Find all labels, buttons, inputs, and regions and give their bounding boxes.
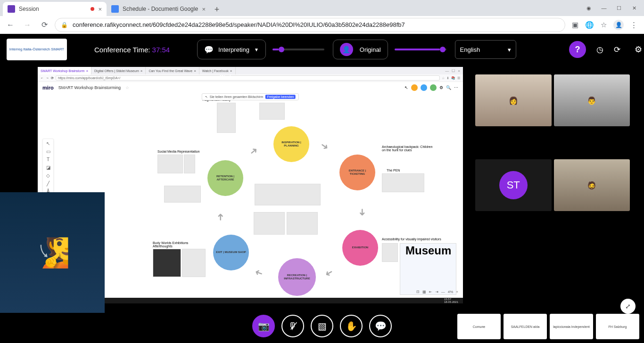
chat-button[interactable]: 💬 [369, 315, 392, 337]
original-audio-pill[interactable]: 👤 Original [333, 40, 388, 59]
stop-share-button: Freigabe beenden [265, 95, 296, 99]
ff-tab: Can You Find the Great Wave× [146, 67, 199, 74]
miro-board-title: SMART Workshop Brainstorming [58, 85, 121, 90]
call-controls-dock: 📷 🎙︎̸ ▧ ✋ 💬 [252, 315, 392, 337]
node-inspiration: INSPIRATION | PLANNING [273, 126, 309, 162]
window-controls: ◉ — ☐ ✕ [586, 0, 644, 16]
node-recreation: RECREATION | INFRASTRUCTURE [278, 258, 316, 296]
close-window-icon[interactable]: ✕ [631, 5, 637, 11]
browser-tab-session[interactable]: Session × [3, 2, 107, 16]
original-label: Original [360, 46, 381, 53]
tab-favicon [8, 5, 15, 13]
sponsor-logo[interactable]: SAALFELDEN alda [504, 314, 547, 339]
reload-button[interactable]: ⟳ [38, 18, 51, 32]
participant-tile[interactable]: 👩 [475, 74, 552, 126]
presenter-name-label: Stefanie [219, 74, 243, 81]
settings-gear-icon[interactable]: ⚙ [635, 44, 642, 55]
ff-tab: Digital Offers | Städel Museum× [91, 67, 146, 74]
close-tab-icon[interactable]: × [98, 6, 102, 13]
sponsor-logo[interactable]: FH Salzburg [596, 314, 639, 339]
url-text: conference.rafikyconnect.net/609cfded2e2… [73, 21, 405, 28]
sponsor-strip: Comune SAALFELDEN alda lapiccionaia Inde… [457, 314, 639, 339]
url-input[interactable]: 🔒 conference.rafikyconnect.net/609cfded2… [55, 18, 565, 32]
node-retention: RETENTION | AFTERCARE [207, 160, 243, 196]
self-view-pip[interactable]: 🧏 [0, 192, 105, 313]
tab-title: Schedule - Documenti Google [123, 6, 198, 12]
search-icon: 🔍 [446, 85, 451, 90]
label-archaeo: Archaeological backpack: Children on the… [382, 145, 434, 152]
refresh-icon[interactable]: ⟳ [614, 45, 620, 55]
participant-tile[interactable]: 🧔 [554, 159, 630, 211]
language-value: English [460, 46, 480, 53]
chevron-down-icon: ▾ [508, 46, 511, 53]
bookmark-star-icon[interactable]: ☆ [601, 21, 607, 29]
interpreting-volume-slider[interactable] [272, 49, 324, 50]
chrome-menu-icon[interactable]: ⋮ [630, 21, 637, 29]
miro-zoom-controls: ⊡▦⇤⇥— 4%+ [416, 290, 458, 294]
ff-url: https://miro.com/app/board/o9J_lSmpDA=/ [56, 75, 440, 81]
time-value: 37:54 [152, 46, 170, 54]
screenshare-button[interactable]: ▧ [311, 315, 333, 337]
chevron-down-icon: ▼ [254, 47, 259, 52]
museum-big-label: Museum [405, 244, 451, 257]
browser-tab-schedule[interactable]: Schedule - Documenti Google × [107, 2, 210, 16]
node-entrance: ENTRANCE | TICKETING [339, 155, 375, 190]
participant-avatar: ST [499, 171, 528, 199]
cursor-icon: ↖ [205, 95, 208, 99]
label-bodyworlds: Body Worlds Exhibitions Afterthoughts [153, 241, 195, 248]
expand-participants-button[interactable]: ⤢ [620, 299, 636, 314]
maximize-icon[interactable]: ☐ [616, 5, 622, 11]
interpreting-label: Interpreting [218, 46, 249, 53]
sponsor-logo[interactable]: Comune [457, 314, 501, 339]
tab-title: Session [19, 6, 87, 12]
chat-icon: 💬 [204, 45, 214, 54]
address-bar: ← → ⟳ 🔒 conference.rafikyconnect.net/609… [0, 16, 644, 34]
label-pen: The PEN [387, 169, 400, 172]
close-tab-icon[interactable]: × [202, 6, 206, 13]
account-icon[interactable]: ◉ [586, 5, 592, 11]
time-label: Conference Time: [94, 46, 150, 54]
cursor-icon: ↖ [405, 85, 408, 90]
mic-toggle-button[interactable]: 🎙︎̸ [281, 315, 304, 337]
screen-share-banner: ↖ Sie teilen Ihren gesamten Bildschirm F… [202, 93, 299, 100]
miro-logo: miro [42, 85, 54, 90]
tab-favicon [111, 5, 119, 13]
raise-hand-button[interactable]: ✋ [340, 315, 363, 337]
translate-icon[interactable]: 🌐 [585, 21, 594, 29]
clock-icon[interactable]: ◷ [596, 45, 603, 55]
conference-top-bar: Interreg Italia-Österreich SMART Confere… [0, 34, 644, 65]
participant-tile[interactable]: 👨 [554, 74, 630, 126]
node-exit: EXIT | MUSEUM SHOP [213, 235, 249, 270]
forward-button[interactable]: → [21, 18, 34, 32]
person-icon: 👤 [340, 43, 353, 56]
language-select[interactable]: English ▾ [455, 40, 516, 59]
sponsor-logo[interactable]: lapiccionaia Independent [550, 314, 593, 339]
conference-app: Interreg Italia-Österreich SMART Confere… [0, 34, 644, 343]
recording-indicator-icon [91, 7, 94, 11]
settings-icon: ⚙ [439, 85, 443, 90]
back-button[interactable]: ← [4, 18, 17, 32]
camera-toggle-button[interactable]: 📷 [252, 315, 275, 337]
lock-icon: 🔒 [61, 22, 68, 28]
brand-logo: Interreg Italia-Österreich SMART [7, 39, 67, 60]
label-access: Accessibility for visually impaired visi… [382, 237, 453, 241]
new-tab-button[interactable]: + [210, 3, 223, 16]
minimize-icon[interactable]: — [601, 5, 607, 11]
label-social: Social Media Representation [157, 150, 200, 153]
interpreting-select[interactable]: 💬 Interpreting ▼ [197, 40, 266, 59]
browser-tab-strip: Session × Schedule - Documenti Google × … [0, 0, 644, 16]
more-icon: ⋯ [454, 85, 458, 90]
ff-tab: SMART Workshop Brainstorm× [38, 67, 91, 74]
help-button[interactable]: ? [569, 41, 586, 58]
original-volume-slider[interactable] [395, 49, 446, 50]
conference-time: Conference Time: 37:54 [94, 46, 170, 54]
profile-avatar[interactable]: 👤 [613, 20, 624, 30]
participants-panel: 👩 👨 ST 🧔 ⤢ [463, 65, 644, 313]
node-exhibition: EXHIBITION [342, 230, 378, 266]
camera-icon[interactable]: ▣ [572, 21, 578, 29]
participant-tile[interactable]: ST [475, 159, 552, 211]
